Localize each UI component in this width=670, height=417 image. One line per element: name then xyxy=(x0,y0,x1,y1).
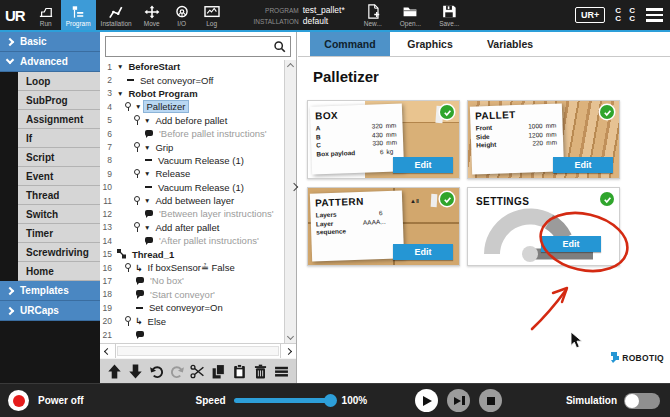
undo-button[interactable] xyxy=(148,363,165,380)
hamburger-menu-icon[interactable] xyxy=(646,8,663,22)
sidebar-item-screwdriving[interactable]: Screwdriving xyxy=(18,243,100,262)
tree-row-14[interactable]: 14'After pallet instructions' xyxy=(100,234,283,247)
sidebar-item-loop[interactable]: Loop xyxy=(18,72,100,91)
expand-caret-icon: ▼ xyxy=(117,63,123,70)
sidebar-section-basic[interactable]: Basic xyxy=(0,32,100,52)
tree-row-12[interactable]: 12'Between layer instructions' xyxy=(100,207,283,220)
chevron-down-icon xyxy=(6,56,14,64)
tab-command[interactable]: Command xyxy=(310,32,390,56)
scroll-up-icon[interactable] xyxy=(287,63,294,70)
set-node-icon xyxy=(145,159,152,161)
step-button[interactable] xyxy=(447,389,470,412)
command-tabs: CommandGraphicsVariables xyxy=(298,32,670,57)
nav-tab-label: Run xyxy=(40,20,52,27)
chevron-right-icon xyxy=(6,37,14,45)
card-title: PALLET xyxy=(475,108,557,122)
move-up-button[interactable] xyxy=(106,363,123,380)
simulation-label: Simulation xyxy=(566,395,617,406)
urplus-badge[interactable]: UR+ xyxy=(575,7,605,23)
tree-row-7[interactable]: 7▼Grip xyxy=(100,140,283,153)
tree-row-16[interactable]: 16↳If boxSensor≟ False xyxy=(100,261,283,274)
tree-row-10[interactable]: 10Vacuum Release (1) xyxy=(100,181,283,194)
tree-node-label: Vacuum Release (1) xyxy=(156,182,246,193)
edit-button-settings[interactable]: Edit xyxy=(541,236,601,252)
new-icon xyxy=(365,4,381,19)
new-button[interactable]: New... xyxy=(355,3,391,27)
tree-row-1[interactable]: 1▼BeforeStart xyxy=(100,60,283,73)
power-status-icon[interactable] xyxy=(8,390,29,411)
card-pattern: ▲‖▲‖PATTERNLayers6Layer sequenceAAAA...E… xyxy=(307,187,460,266)
expand-caret-icon: ▼ xyxy=(144,117,150,124)
sidebar-item-subprog[interactable]: SubProg xyxy=(18,91,100,110)
tree-search-input[interactable] xyxy=(110,40,273,53)
installation-icon xyxy=(106,5,126,19)
sidebar-item-switch[interactable]: Switch xyxy=(18,205,100,224)
tree-row-6[interactable]: 6'Before pallet instructions' xyxy=(100,127,283,140)
tree-row-17[interactable]: 17'No box' xyxy=(100,274,283,287)
tree-row-2[interactable]: 2Set conveyor=Off xyxy=(100,73,283,86)
tree-row-18[interactable]: 18'Start conveyor' xyxy=(100,288,283,301)
tab-graphics[interactable]: Graphics xyxy=(390,32,470,56)
branch-icon: ↳ xyxy=(135,263,143,273)
horizontal-scroll-track[interactable] xyxy=(117,346,279,356)
nav-tab-io[interactable]: I/O xyxy=(167,0,197,30)
play-button[interactable] xyxy=(415,389,438,412)
sidebar-item-if[interactable]: If xyxy=(18,129,100,148)
save-button[interactable]: Save... xyxy=(430,3,468,27)
tree-line-number: 12 xyxy=(100,209,116,219)
sidebar-item-event[interactable]: Event xyxy=(18,167,100,186)
tree-node-label: Add before pallet xyxy=(153,115,229,126)
edit-button-pallet[interactable]: Edit xyxy=(553,157,613,173)
nav-tab-installation[interactable]: Installation xyxy=(96,0,137,30)
sidebar-item-home[interactable]: Home xyxy=(18,262,100,281)
open-button[interactable]: Open... xyxy=(391,3,430,27)
tree-row-3[interactable]: 3▼Robot Program xyxy=(100,87,283,100)
power-status-label[interactable]: Power off xyxy=(38,395,84,406)
tree-row-15[interactable]: 15Thread_1 xyxy=(100,247,283,260)
tree-node-label: Set conveyor=On xyxy=(147,302,225,313)
nav-tab-program[interactable]: Program xyxy=(61,0,96,30)
move-down-button[interactable] xyxy=(127,363,144,380)
tree-row-4[interactable]: 4▼Palletizer xyxy=(100,100,283,113)
search-icon[interactable] xyxy=(273,40,286,53)
nav-tab-run[interactable]: Run xyxy=(31,0,61,30)
nav-tab-log[interactable]: Log xyxy=(197,0,227,30)
vertical-scrollbar[interactable] xyxy=(284,60,296,343)
redo-button[interactable] xyxy=(169,363,186,380)
delete-button[interactable] xyxy=(252,363,269,380)
scroll-right-button[interactable] xyxy=(280,344,296,358)
sidebar-section-templates[interactable]: Templates xyxy=(0,281,100,301)
tree-node-label: If boxSensor≟ False xyxy=(146,262,237,273)
paste-button[interactable] xyxy=(231,363,248,380)
tree-row-20[interactable]: 20↳Else xyxy=(100,314,283,327)
tree-node-label: 'After pallet instructions' xyxy=(157,235,261,246)
edit-button-box[interactable]: Edit xyxy=(393,157,453,173)
tab-variables[interactable]: Variables xyxy=(470,32,550,56)
sidebar-item-assignment[interactable]: Assignment xyxy=(18,110,100,129)
sidebar-item-timer[interactable]: Timer xyxy=(18,224,100,243)
tree-row-19[interactable]: 19Set conveyor=On xyxy=(100,301,283,314)
sidebar-item-script[interactable]: Script xyxy=(18,148,100,167)
stop-button[interactable] xyxy=(479,389,502,412)
sidebar-section-urcaps[interactable]: URCaps xyxy=(0,301,100,321)
tree-row-21[interactable]: 21 xyxy=(100,328,283,341)
panel-collapse-handle[interactable] xyxy=(290,182,296,192)
scroll-down-icon[interactable] xyxy=(287,333,294,340)
speed-slider[interactable] xyxy=(234,398,334,403)
sidebar-section-advanced[interactable]: Advanced xyxy=(0,52,100,72)
tree-row-11[interactable]: 11▼Add between layer xyxy=(100,194,283,207)
speed-slider-knob[interactable] xyxy=(324,394,337,407)
simulation-toggle[interactable] xyxy=(624,393,660,409)
nav-tab-move[interactable]: Move xyxy=(137,0,167,30)
program-icon xyxy=(68,5,88,19)
cut-button[interactable] xyxy=(189,363,206,380)
edit-button-pattern[interactable]: Edit xyxy=(393,244,453,260)
tree-row-9[interactable]: 9▼Release xyxy=(100,167,283,180)
expand-button[interactable] xyxy=(273,363,290,380)
copy-button[interactable] xyxy=(210,363,227,380)
tree-row-5[interactable]: 5▼Add before pallet xyxy=(100,114,283,127)
tree-row-13[interactable]: 13▼Add after pallet xyxy=(100,221,283,234)
scroll-left-button[interactable] xyxy=(100,344,116,358)
tree-row-8[interactable]: 8Vacuum Release (1) xyxy=(100,154,283,167)
sidebar-item-thread[interactable]: Thread xyxy=(18,186,100,205)
